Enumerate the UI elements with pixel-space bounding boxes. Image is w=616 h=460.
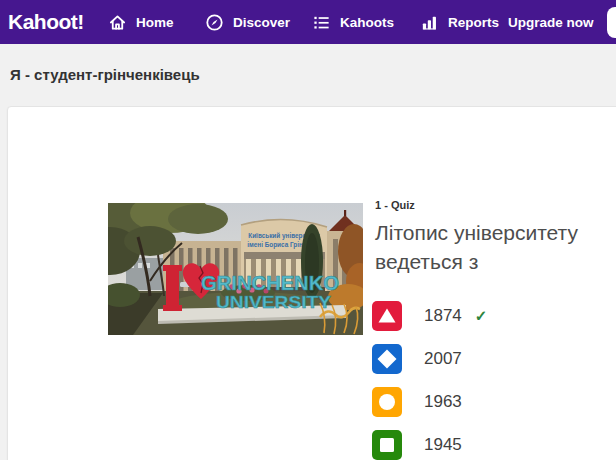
answer-row-1: 1874 ✓ — [372, 301, 487, 331]
triangle-answer-icon — [372, 301, 402, 331]
nav-discover-label: Discover — [233, 15, 290, 30]
compass-icon — [205, 13, 224, 32]
question-block: 1 - Quiz Літопис університету ведеться з — [375, 199, 616, 276]
answer-label: 2007 — [424, 349, 462, 369]
answer-label: 1874 — [424, 306, 462, 326]
nav-upgrade-label: Upgrade now — [508, 15, 594, 30]
nav-item-discover[interactable]: Discover — [205, 0, 290, 44]
kahoot-logo[interactable]: Kahoot! — [8, 0, 84, 44]
kahoot-logo-text: Kahoot! — [8, 10, 84, 34]
bar-chart-icon — [420, 13, 439, 32]
question-index-label: 1 - Quiz — [375, 199, 616, 211]
search-input[interactable] — [607, 7, 616, 38]
question-image[interactable]: Київський університет імені Бориса Грінч… — [108, 203, 363, 335]
answer-row-3: 1963 — [372, 387, 487, 417]
nav-item-kahoots[interactable]: Kahoots — [312, 0, 394, 44]
circle-answer-icon — [372, 387, 402, 417]
university-photo-illustration: Київський університет імені Бориса Грінч… — [108, 203, 363, 335]
answer-row-4: 1945 — [372, 430, 487, 460]
answer-label: 1945 — [424, 435, 462, 455]
nav-home-label: Home — [136, 15, 174, 30]
square-answer-icon — [372, 430, 402, 460]
list-icon — [312, 13, 331, 32]
sign-text-grinchenko: GRINCHENKO — [201, 272, 339, 294]
nav-item-upgrade-now[interactable]: Upgrade now — [508, 0, 594, 44]
kahoot-details-panel: Київський університет імені Бориса Грінч… — [7, 106, 616, 460]
diamond-answer-icon — [372, 344, 402, 374]
answer-label: 1963 — [424, 392, 462, 412]
page-title: Я - студент-грінченківець — [10, 66, 200, 83]
answer-list: 1874 ✓ 2007 1963 1945 — [372, 301, 487, 460]
question-text: Літопис університету ведеться з — [375, 218, 616, 276]
sign-text-university: UNIVERSITY — [216, 293, 332, 312]
answer-row-2: 2007 — [372, 344, 487, 374]
correct-answer-check-icon: ✓ — [475, 307, 488, 325]
home-icon — [108, 13, 127, 32]
top-navigation-bar: Kahoot! Home Discover — [0, 0, 616, 44]
nav-reports-label: Reports — [448, 15, 499, 30]
nav-kahoots-label: Kahoots — [340, 15, 394, 30]
nav-item-reports[interactable]: Reports — [420, 0, 499, 44]
nav-item-home[interactable]: Home — [108, 0, 174, 44]
